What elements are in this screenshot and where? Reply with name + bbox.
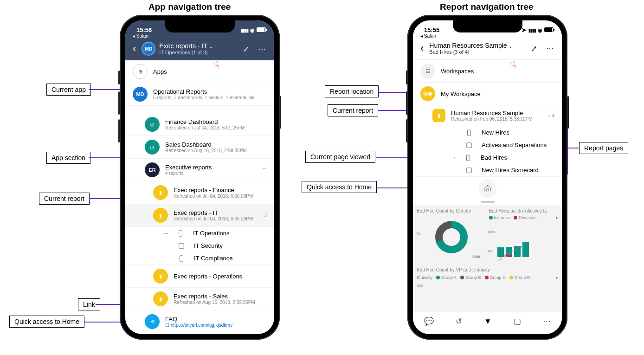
app-avatar-icon: MD [142, 42, 155, 56]
waterfall-chart[interactable]: Bad Hires as % of Actives b... Increase … [489, 208, 559, 261]
report-page-row[interactable]: → IT Operations [125, 227, 274, 239]
more-icon[interactable]: ⋯ [543, 316, 551, 326]
chart-title: Bad Hires as % of Actives b... [489, 208, 559, 213]
back-to-safari[interactable]: ◂ Safari [420, 33, 436, 39]
expand-chart-icon[interactable]: ▸ [556, 275, 558, 280]
chevron-down-icon: ⌄ [209, 44, 213, 49]
truncated-row: ⋯ [125, 106, 274, 113]
workspaces-root[interactable]: ☷ Workspaces [413, 60, 562, 83]
report-icon: ▮ [153, 269, 168, 284]
expand-icon[interactable]: ⤢ [528, 44, 540, 53]
report-page-row[interactable]: IT Compliance [125, 252, 274, 265]
report-row[interactable]: ▮ Exec reports - Operations [125, 265, 274, 288]
header-title-dropdown[interactable]: Human Resources Sample⌄ Bad Hires (3 of … [429, 42, 524, 55]
comment-icon[interactable]: 💬 [424, 316, 434, 326]
link-row[interactable]: ⟲ FAQ☐ https://tinyurl.com/kjg;kjsdbmv [125, 310, 274, 333]
page-mobile-icon [177, 230, 184, 237]
callout-home-left: Quick access to Home [9, 316, 84, 328]
page-icon [466, 142, 472, 148]
report-page-row[interactable]: New Hires [413, 126, 562, 139]
dashboard-row[interactable]: ◷ Finance DashboardRefreshed on Jul 04, … [125, 113, 274, 136]
status-time: 15:55 [424, 26, 439, 33]
svg-rect-6 [467, 168, 472, 173]
dashboard-icon: ◷ [145, 140, 160, 155]
chart-title: Bad Hire Count by Gender [417, 208, 486, 213]
callout-current-app: Current app [46, 84, 91, 96]
back-to-safari[interactable]: ◂ Safari [133, 33, 148, 39]
callout-report-pages: Report pages [579, 142, 628, 154]
apps-icon: ⊞ [133, 64, 148, 79]
dashboard-icon: ◷ [145, 117, 160, 132]
callout-current-report: Current report [39, 193, 90, 205]
page-count: ▫ 4 [548, 113, 554, 118]
more-icon[interactable]: ⋯ [256, 45, 269, 53]
report-row[interactable]: ▮ Exec reports - FinanceRefreshed on Jul… [125, 181, 274, 204]
report-icon: ▮ [153, 208, 168, 223]
grab-handle[interactable] [481, 201, 495, 203]
status-time: 15:56 [136, 26, 152, 33]
svg-rect-1 [179, 243, 184, 248]
svg-rect-5 [467, 155, 470, 160]
current-arrow-icon: → [451, 155, 457, 161]
page-icon [466, 167, 472, 174]
expand-icon[interactable]: ⤢ [240, 45, 252, 53]
ethnicity-chart[interactable]: Bad Hire Count by VP and Ethnicity Ethni… [417, 267, 558, 288]
donut-chart[interactable]: Bad Hire Count by Gender Fe... Male [417, 208, 486, 261]
back-icon[interactable]: ‹ [131, 43, 138, 55]
svg-rect-4 [467, 142, 472, 148]
donut-label-male: Male [472, 254, 482, 259]
page-count: ▫ 3 [261, 213, 267, 218]
phone-left: 15:56 ◂ Safari ‹ MD Exec reports - IT⌄ I… [120, 15, 280, 340]
report-icon: ▮ [153, 185, 168, 200]
donut-visual [435, 221, 468, 253]
left-diagram-title: App navigation tree [148, 2, 231, 12]
svg-rect-2 [180, 255, 183, 261]
report-row[interactable]: ▮ Exec reports - SalesRefreshed on Aug 1… [125, 288, 274, 310]
svg-rect-3 [468, 129, 471, 135]
report-icon: ▮ [432, 109, 445, 122]
workspace-avatar-icon: MW [420, 86, 435, 101]
bottom-nav: 💬 ↺ ▼ ▢ ⋯ [413, 312, 562, 334]
link-icon: ⟲ [145, 314, 160, 329]
current-report-row[interactable]: ▮ Human Resources SampleRefreshed on Feb… [413, 105, 562, 126]
back-icon[interactable]: ‹ [419, 42, 425, 54]
apps-root[interactable]: ⊞ Apps [125, 60, 274, 83]
report-page-row-current[interactable]: → Bad Hires [413, 151, 562, 164]
workspaces-icon: ☷ [420, 64, 435, 78]
report-header: ‹ Human Resources Sample⌄ Bad Hires (3 o… [413, 39, 562, 60]
app-avatar-icon: MD [133, 87, 148, 102]
home-icon [484, 184, 491, 192]
report-page-row[interactable]: New Hires Scorecard [413, 164, 562, 177]
callout-home-right: Quick access to Home [302, 181, 377, 193]
current-report-row[interactable]: ▮ Exec reports - ITRefreshed on Jul 04, … [125, 204, 274, 227]
app-section-row[interactable]: ER Executive reports4 reports ⌃ [125, 159, 274, 181]
report-page-row[interactable]: IT Security [125, 239, 274, 252]
current-arrow-icon: → [163, 230, 169, 237]
callout-current-page: Current page viewed [305, 151, 375, 163]
svg-rect-0 [179, 230, 182, 236]
report-icon: ▮ [153, 291, 168, 306]
page-mobile-icon [465, 155, 471, 161]
section-avatar-icon: ER [145, 162, 160, 177]
expand-chart-icon[interactable]: ▸ [556, 215, 558, 220]
more-icon[interactable]: ⋯ [543, 44, 556, 53]
chevron-up-icon: ⌃ [262, 167, 267, 173]
callout-current-report-r: Current report [328, 104, 378, 116]
workspace-row[interactable]: MW My Workspace [413, 83, 562, 105]
callout-app-section: App section [46, 152, 90, 164]
donut-label-female: Fe... [417, 232, 425, 236]
header-title-dropdown[interactable]: Exec reports - IT⌄ IT Operations (1 of 3… [159, 42, 237, 55]
chart-title: Bad Hire Count by VP and Ethnicity [417, 267, 558, 272]
undo-icon[interactable]: ↺ [456, 316, 462, 326]
pages-icon[interactable]: ▢ [514, 316, 521, 326]
page-mobile-icon [178, 255, 185, 262]
dashboard-row[interactable]: ◷ Sales DashboardRefreshed on Aug 16, 20… [125, 136, 274, 159]
home-button[interactable] [479, 180, 496, 196]
app-header: ‹ MD Exec reports - IT⌄ IT Operations (1… [125, 39, 274, 60]
filter-icon[interactable]: ▼ [484, 317, 492, 326]
right-diagram-title: Report navigation tree [440, 2, 534, 12]
current-app-row[interactable]: MD Operational Reports 5 reports, 3 dash… [125, 83, 274, 106]
page-mobile-icon [466, 129, 472, 136]
callout-report-location: Report location [325, 85, 379, 97]
report-page-row[interactable]: Actives and Separations [413, 139, 562, 151]
